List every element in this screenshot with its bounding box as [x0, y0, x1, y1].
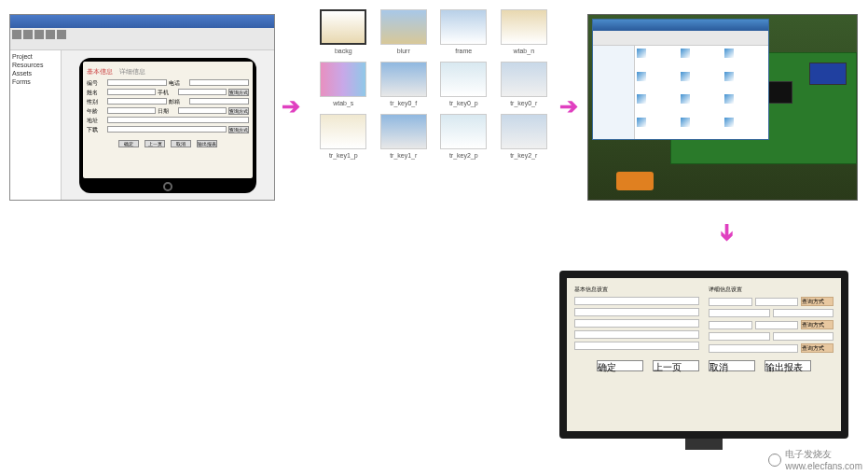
field-label: 下载: [87, 126, 105, 134]
text-input: [574, 297, 699, 305]
file-item: [724, 48, 762, 59]
file-icon: [724, 94, 734, 104]
asset-thumbnail: [440, 114, 487, 149]
explorer-toolbar: [593, 31, 768, 46]
section-header: 详细信息设置: [709, 286, 834, 294]
asset-thumbnail: [501, 114, 547, 149]
query-button: 查询方式: [228, 107, 249, 115]
usb-dongle: [616, 172, 654, 190]
file-item: [637, 117, 674, 128]
ide-window: Project Resources Assets Forms 基本信息 详细信息…: [9, 14, 275, 201]
file-item: [724, 117, 762, 128]
action-button: 确定: [118, 140, 139, 147]
asset-label: wtab_s: [333, 100, 353, 106]
text-input: [178, 107, 227, 114]
ide-toolbar: [10, 28, 274, 50]
field-label: 日期: [158, 107, 176, 116]
asset-label: tr_key1_r: [390, 152, 417, 159]
asset-thumbnail: [380, 9, 427, 45]
asset-thumbnail: [380, 114, 427, 149]
asset-label: wtab_n: [513, 48, 534, 54]
asset-item: tr_key0_p: [437, 62, 490, 106]
watermark-url: www.elecfans.com: [785, 461, 862, 471]
watermark-brand: 电子发烧友: [785, 449, 832, 459]
file-icon: [637, 118, 646, 127]
monitor-screen: 基本信息设置 详细信息设置 查询方式 查询方式 查询方式 确定: [567, 278, 841, 431]
side-button: 查询方式: [801, 297, 834, 306]
text-input: [107, 98, 167, 105]
text-input: [189, 98, 249, 105]
asset-item: backg: [317, 9, 370, 54]
explorer-titlebar: [593, 20, 768, 31]
toolbar-icon: [34, 30, 44, 39]
form-tab: 详细信息: [119, 68, 145, 75]
action-button: 上一页: [653, 360, 699, 371]
asset-thumbnail: [320, 114, 366, 149]
asset-thumbnail: [380, 62, 427, 97]
asset-label: tr_key0_f: [390, 100, 417, 106]
file-icon: [681, 72, 690, 81]
asset-thumbnail: [440, 62, 487, 97]
device-screen: 基本信息 详细信息 编号电话 姓名手机查询方式 性别邮箱 年龄日期查询方式 地址…: [83, 62, 253, 178]
text-input: [107, 126, 227, 133]
text-input: [709, 344, 798, 353]
field-label: 年龄: [87, 107, 105, 116]
chip-icon: [809, 63, 847, 85]
asset-item: tr_key1_p: [317, 114, 370, 159]
text-input: [755, 298, 799, 306]
text-input: [107, 79, 167, 86]
tree-node: Forms: [12, 77, 59, 86]
asset-label: frame: [455, 48, 472, 54]
file-icon: [681, 49, 690, 58]
field-label: 编号: [87, 79, 105, 88]
text-input: [107, 89, 156, 95]
action-button: 取消: [171, 140, 191, 147]
asset-thumbnail: [320, 9, 366, 45]
action-button: 输出报表: [197, 140, 217, 147]
asset-label: backg: [335, 48, 352, 54]
text-input: [574, 319, 699, 328]
asset-item: tr_key2_r: [498, 114, 551, 159]
toolbar-icon: [23, 30, 33, 39]
file-icon: [637, 94, 646, 104]
field-label: 地址: [87, 117, 105, 125]
file-icon: [637, 49, 646, 58]
file-icon: [724, 72, 734, 81]
tree-node: Assets: [12, 69, 59, 77]
asset-item: tr_key2_p: [437, 114, 490, 159]
flow-arrow-icon: ➔: [559, 93, 578, 119]
monitor-stand: [685, 439, 723, 450]
text-input: [709, 321, 752, 329]
file-item: [637, 93, 674, 105]
text-input: [755, 321, 799, 329]
text-input: [709, 332, 770, 341]
asset-thumbnails: backgblurrframewtab_nwtab_str_key0_ftr_k…: [317, 9, 550, 159]
asset-thumbnail: [320, 62, 366, 97]
field-label: 性别: [87, 98, 105, 106]
ide-titlebar: [10, 15, 274, 28]
text-input: [574, 308, 699, 316]
project-tree: Project Resources Assets Forms: [10, 50, 62, 200]
file-icon: [681, 94, 690, 104]
file-icon: [681, 118, 690, 127]
asset-label: tr_key2_p: [449, 152, 478, 159]
text-input: [107, 117, 249, 123]
file-item: [724, 71, 762, 82]
side-button: 查询方式: [801, 320, 834, 329]
toolbar-icon: [12, 30, 21, 39]
text-input: [574, 330, 699, 339]
file-item: [681, 93, 718, 105]
board-photo: [587, 14, 858, 201]
asset-label: tr_key0_r: [510, 100, 537, 106]
home-button-icon: [163, 182, 172, 191]
file-icon: [724, 118, 734, 127]
asset-label: tr_key1_p: [329, 152, 358, 159]
asset-item: wtab_n: [498, 9, 551, 54]
form-tab-active: 基本信息: [87, 68, 113, 75]
action-button: 取消: [709, 360, 755, 371]
flow-arrow-icon: ➔: [282, 93, 300, 119]
tree-node: Project: [12, 52, 59, 61]
watermark: 电子发烧友 www.elecfans.com: [768, 448, 862, 471]
design-canvas: 基本信息 详细信息 编号电话 姓名手机查询方式 性别邮箱 年龄日期查询方式 地址…: [62, 50, 274, 200]
action-button: 确定: [597, 360, 643, 371]
